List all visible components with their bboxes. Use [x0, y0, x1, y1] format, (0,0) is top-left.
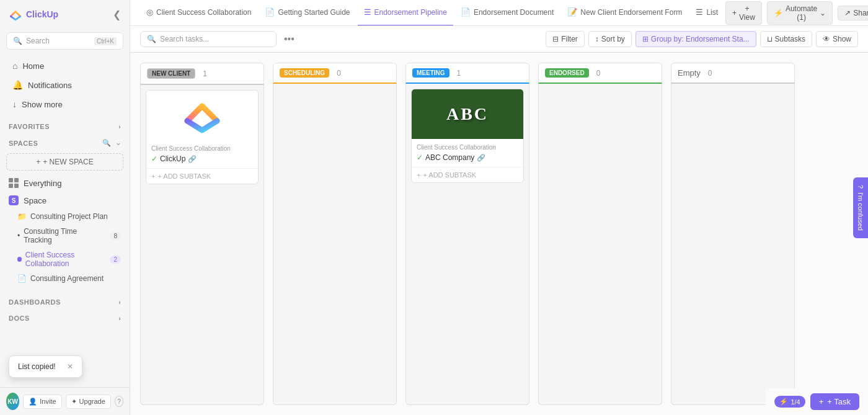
- top-tabs: ◎ Client Success Collaboration 📄 Getting…: [130, 0, 868, 26]
- circle-icon: ◎: [146, 7, 153, 17]
- more-options-icon[interactable]: •••: [284, 33, 294, 45]
- task-search-box[interactable]: 🔍 Search tasks...: [140, 31, 277, 47]
- clickup-logo-icon: [9, 7, 22, 21]
- sort-button[interactable]: ↕ Sort by: [588, 31, 632, 47]
- everything-label: Everything: [24, 179, 61, 188]
- card-clickup[interactable]: Client Success Collaboration ✓ ClickUp 🔗…: [146, 90, 259, 184]
- group-by-button[interactable]: ⊞ Group by: Endorsement Sta...: [636, 31, 756, 47]
- column-header-endorsed: ENDORSED 0: [538, 63, 662, 84]
- toast-message: List copied!: [18, 362, 56, 371]
- sidebar-item-home[interactable]: ⌂ Home: [4, 56, 126, 75]
- check-icon2: ✓: [417, 153, 423, 162]
- card-abc-company[interactable]: ABC Client Success Collaboration ✓ ABC C…: [411, 89, 524, 183]
- confused-button[interactable]: ? I'm confused: [853, 177, 868, 238]
- sidebar-item-notifications[interactable]: 🔔 Notifications: [4, 76, 126, 94]
- tab-list[interactable]: ☰ List: [689, 0, 724, 26]
- column-body-scheduling: [273, 84, 397, 405]
- clickup-card-logo-icon: [184, 97, 221, 134]
- sidebar-logo-area: ClickUp ❮: [0, 0, 130, 29]
- sidebar: ClickUp ❮ 🔍 Search Ctrl+K ⌂ Home 🔔 Notif…: [0, 0, 130, 415]
- spaces-label: SPACES: [9, 140, 38, 147]
- list-icon2: ☰: [696, 7, 703, 17]
- automate-button[interactable]: ⚡ Automate (1) ⌄: [767, 1, 833, 25]
- client-success-badge: 2: [110, 256, 121, 264]
- tab-client-success-collaboration[interactable]: ◎ Client Success Collaboration: [140, 0, 257, 26]
- star-icon: ✦: [71, 398, 77, 406]
- column-new-client: NEW CLIENT 1: [140, 63, 264, 405]
- sidebar-item-consulting-project-plan[interactable]: 📁 Consulting Project Plan: [17, 209, 130, 224]
- badge-endorsed: ENDORSED: [545, 68, 589, 78]
- upgrade-button[interactable]: ✦ Upgrade: [66, 395, 111, 409]
- plus-icon2: +: [732, 9, 737, 17]
- invite-button[interactable]: 👤 Invite: [23, 395, 61, 409]
- plus-subtask-icon: +: [151, 172, 155, 180]
- add-subtask-button-abc[interactable]: + + ADD SUBTASK: [412, 167, 523, 182]
- tab-endorsement-pipeline[interactable]: ☰ Endorsement Pipeline: [358, 0, 453, 26]
- tab-new-client-endorsement-form[interactable]: 📝 New Client Endorsement Form: [561, 0, 688, 26]
- sidebar-item-consulting-time-tracking[interactable]: • Consulting Time Tracking 8: [17, 224, 130, 248]
- card-abc-title-row: ✓ ABC Company 🔗: [417, 153, 518, 162]
- clickup-logo-text: ClickUp: [26, 9, 58, 19]
- link-icon[interactable]: 🔗: [188, 155, 197, 163]
- new-space-label: + NEW SPACE: [43, 158, 93, 166]
- sidebar-item-home-label: Home: [22, 61, 44, 71]
- add-subtask-button-clickup[interactable]: + + ADD SUBTASK: [146, 168, 258, 184]
- help-button[interactable]: ?: [115, 396, 123, 407]
- card-clickup-project: Client Success Collaboration: [151, 145, 253, 152]
- filter-button[interactable]: ⊟ Filter: [546, 31, 585, 47]
- link-icon2[interactable]: 🔗: [477, 154, 485, 162]
- bolt-icon2: ⚡: [779, 398, 788, 406]
- add-view-button[interactable]: + + View: [725, 1, 762, 25]
- sidebar-item-notifications-label: Notifications: [28, 81, 72, 90]
- doc-tab-icon2: 📄: [461, 7, 471, 17]
- dashboards-section[interactable]: DASHBOARDS ›: [0, 292, 130, 308]
- add-task-button[interactable]: + + Task: [810, 393, 859, 410]
- space-label: Space: [24, 196, 46, 205]
- share-button[interactable]: ↗ Share: [838, 6, 868, 20]
- tab-getting-started-guide[interactable]: 📄 Getting Started Guide: [259, 0, 356, 26]
- card-abc-content: Client Success Collaboration ✓ ABC Compa…: [412, 139, 523, 167]
- sidebar-search[interactable]: 🔍 Search Ctrl+K: [6, 32, 123, 50]
- favorites-section[interactable]: FAVORITES ›: [0, 117, 130, 133]
- sidebar-item-everything[interactable]: Everything: [0, 174, 130, 192]
- group-label: Group by: Endorsement Sta...: [651, 35, 750, 43]
- column-header-new-client: NEW CLIENT 1: [140, 63, 264, 85]
- clickup-logo[interactable]: ClickUp: [9, 7, 58, 21]
- list-icon: •: [17, 231, 20, 240]
- search-spaces-icon[interactable]: 🔍: [102, 139, 112, 147]
- sidebar-item-space[interactable]: S Space: [0, 192, 130, 209]
- consulting-agreement-label: Consulting Agreement: [30, 274, 104, 283]
- eye-icon: 👁: [823, 35, 830, 43]
- expand-spaces-icon[interactable]: ⌄: [115, 139, 122, 147]
- tab-new-client-form-label: New Client Endorsement Form: [580, 8, 682, 17]
- bolt-badge[interactable]: ⚡ 1/4: [774, 396, 805, 408]
- user-avatar: KW: [6, 393, 19, 410]
- plus-subtask-icon2: +: [417, 171, 420, 179]
- group-icon: ⊞: [642, 35, 649, 43]
- new-space-button[interactable]: + + NEW SPACE: [6, 153, 123, 171]
- subtasks-button[interactable]: ⊔ Subtasks: [760, 31, 812, 47]
- toast-close-button[interactable]: ✕: [67, 362, 73, 371]
- invite-label: Invite: [40, 398, 56, 405]
- card-abc-title: ABC Company: [425, 153, 474, 162]
- main-content: ◎ Client Success Collaboration 📄 Getting…: [130, 0, 868, 415]
- share-icon: ↗: [844, 9, 851, 17]
- card-clickup-title: ClickUp: [160, 154, 185, 163]
- badge-empty: Empty: [678, 68, 701, 78]
- confused-label: I'm confused: [857, 192, 864, 231]
- plus-task-icon: +: [819, 397, 824, 406]
- spaces-section-icons[interactable]: 🔍 ⌄: [102, 139, 121, 147]
- column-header-scheduling: SCHEDULING 0: [273, 63, 397, 84]
- sidebar-item-client-success-collaboration[interactable]: Client Success Collaboration 2: [17, 248, 130, 271]
- tab-endorsement-document[interactable]: 📄 Endorsement Document: [454, 0, 560, 26]
- sidebar-collapse-button[interactable]: ❮: [113, 9, 121, 20]
- column-body-meeting: ABC Client Success Collaboration ✓ ABC C…: [405, 84, 529, 405]
- task-label: + Task: [827, 397, 851, 406]
- tab-actions: + + View ⚡ Automate (1) ⌄ ↗ Share: [725, 1, 868, 25]
- show-button[interactable]: 👁 Show: [816, 31, 858, 47]
- column-header-meeting: MEETING 1: [405, 63, 529, 84]
- sidebar-item-show-more[interactable]: ↓ Show more: [4, 95, 126, 114]
- column-body-new-client: Client Success Collaboration ✓ ClickUp 🔗…: [140, 85, 264, 405]
- docs-section[interactable]: DOCS ›: [0, 308, 130, 324]
- sidebar-item-consulting-agreement[interactable]: 📄 Consulting Agreement: [17, 271, 130, 286]
